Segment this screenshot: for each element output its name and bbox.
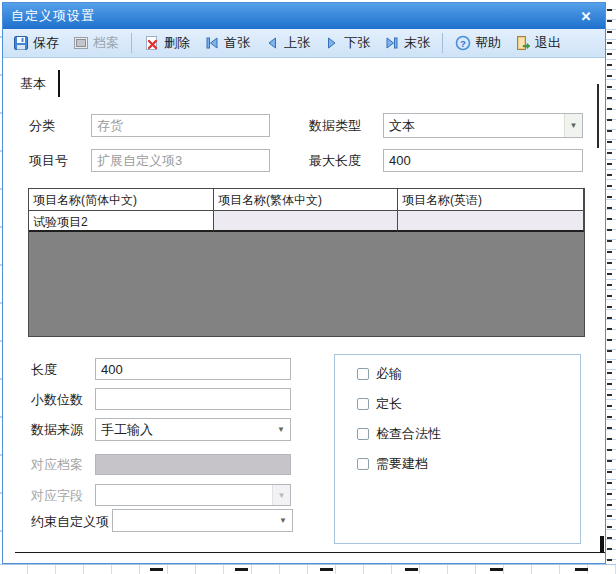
toolbar-separator [442,33,443,53]
category-label: 分类 [29,118,55,134]
max-length-label: 最大长度 [309,153,361,169]
bottom-divider [15,552,605,554]
dropdown-arrow-icon: ▼ [274,510,292,531]
checkbox-icon [357,368,369,380]
checkbox-validate[interactable]: 检查合法性 [357,425,441,443]
data-type-value: 文本 [389,117,564,135]
next-record-icon [324,35,340,51]
prev-record-icon [264,35,280,51]
dropdown-arrow-icon: ▼ [564,114,582,137]
exit-label: 退出 [535,34,561,52]
data-source-label: 数据来源 [31,422,83,438]
cell-name-english[interactable] [398,211,584,232]
close-icon: ✕ [581,9,592,24]
last-record-button[interactable]: 末张 [378,31,436,55]
save-button[interactable]: 保存 [7,31,65,55]
archive-button[interactable]: 档案 [67,31,125,55]
item-no-label: 项目号 [29,153,68,169]
checkbox-icon [357,458,369,470]
help-label: 帮助 [475,34,501,52]
column-header-english: 项目名称(英语) [398,189,584,211]
prev-record-label: 上张 [284,34,310,52]
checkbox-required-label: 必输 [376,365,402,383]
dropdown-arrow-icon: ▼ [272,485,290,505]
cell-name-traditional[interactable] [214,211,398,232]
related-field-select: ▼ [95,484,291,506]
column-header-traditional: 项目名称(繁体中文) [214,189,398,211]
length-label: 长度 [31,362,57,378]
text-caret [58,70,60,97]
dropdown-arrow-icon: ▼ [272,419,290,440]
cell-name-simplified[interactable]: 试验项目2 [29,211,214,232]
data-type-label: 数据类型 [309,118,361,134]
svg-text:?: ? [460,38,466,49]
delete-button[interactable]: 删除 [138,31,196,55]
archive-icon [73,35,89,51]
delete-icon [144,35,160,51]
last-record-label: 末张 [404,34,430,52]
save-icon [13,35,29,51]
next-record-label: 下张 [344,34,370,52]
background-grid-bottom [0,564,616,574]
checkbox-icon [357,428,369,440]
decimal-places-label: 小数位数 [31,392,83,408]
first-record-label: 首张 [224,34,250,52]
exit-button[interactable]: 退出 [509,31,567,55]
last-record-icon [384,35,400,51]
toolbar: 保存 档案 删除 首张 上张 [3,29,605,58]
data-type-select[interactable]: 文本 ▼ [383,113,583,138]
data-source-value: 手工输入 [101,421,272,439]
checkbox-validate-label: 检查合法性 [376,425,441,443]
help-icon: ? [455,35,471,51]
related-archive-label: 对应档案 [31,457,83,473]
related-field-label: 对应字段 [31,488,83,504]
tab-basic[interactable]: 基本 [20,75,46,93]
checkbox-need-archive[interactable]: 需要建档 [357,455,428,473]
table-header-row: 项目名称(简体中文) 项目名称(繁体中文) 项目名称(英语) [29,189,584,211]
toolbar-separator [131,33,132,53]
data-source-select[interactable]: 手工输入 ▼ [95,418,291,441]
delete-label: 删除 [164,34,190,52]
save-label: 保存 [33,34,59,52]
decimal-places-field[interactable] [95,388,291,410]
related-archive-field [95,454,291,475]
item-no-field [91,149,270,172]
corner-notch [600,536,604,553]
checkbox-fixed-length-label: 定长 [376,395,402,413]
exit-icon [515,35,531,51]
checkbox-required[interactable]: 必输 [357,365,402,383]
first-record-icon [204,35,220,51]
right-edge-line [597,84,599,148]
titlebar[interactable]: 自定义项设置 [3,3,605,29]
background-grid-right [606,0,616,574]
constraint-item-label: 约束自定义项 [31,514,109,530]
close-button[interactable]: ✕ [577,7,595,25]
category-field [91,114,270,137]
first-record-button[interactable]: 首张 [198,31,256,55]
item-names-table: 项目名称(简体中文) 项目名称(繁体中文) 项目名称(英语) 试验项目2 [28,188,585,337]
table-empty-area [29,232,584,336]
prev-record-button[interactable]: 上张 [258,31,316,55]
checkbox-fixed-length[interactable]: 定长 [357,395,402,413]
length-field[interactable] [95,358,291,380]
archive-label: 档案 [93,34,119,52]
constraint-item-select[interactable]: ▼ [112,509,293,532]
custom-item-settings-dialog: 自定义项设置 ✕ 保存 档案 删除 首张 [2,2,606,564]
help-button[interactable]: ? 帮助 [449,31,507,55]
checkbox-icon [357,398,369,410]
checkbox-need-archive-label: 需要建档 [376,455,428,473]
max-length-field[interactable] [383,149,583,172]
window-title: 自定义项设置 [11,7,95,25]
next-record-button[interactable]: 下张 [318,31,376,55]
table-row: 试验项目2 [29,211,584,232]
column-header-simplified: 项目名称(简体中文) [29,189,214,211]
